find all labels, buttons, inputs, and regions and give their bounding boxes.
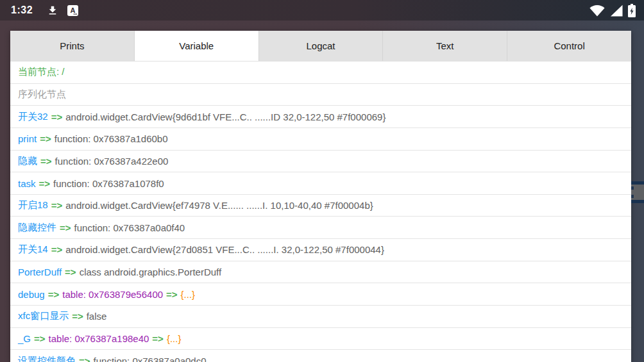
status-bar: 1:32 A	[0, 0, 644, 21]
list-item[interactable]: xfc窗口显示=>false	[10, 306, 631, 328]
variable-value: {...}	[167, 333, 182, 344]
list-item[interactable]: 隐藏=>function: 0x76387a422e00	[10, 151, 631, 173]
list-item[interactable]: 设置控件颜色=>function: 0x76387a0a0dc0	[10, 350, 631, 362]
tab-text[interactable]: Text	[383, 31, 507, 61]
variable-value: false	[87, 311, 107, 322]
variable-value: function: 0x76387a0a0dc0	[94, 356, 207, 362]
list-item[interactable]: 开启18=>android.widget.CardView{ef74978 V.…	[10, 195, 631, 217]
variable-value: class android.graphics.PorterDuff	[80, 267, 222, 277]
list-item[interactable]: _G=>table: 0x76387a198e40=>{...}	[10, 328, 631, 350]
arrow-separator: =>	[40, 156, 52, 167]
tab-bar: Prints Variable Logcat Text Control	[10, 31, 631, 62]
battery-charging-icon	[628, 4, 636, 17]
variable-name: 当前节点: /	[18, 66, 65, 78]
cellular-signal-icon	[610, 4, 623, 17]
variable-value: table: 0x76387a198e40	[49, 333, 149, 344]
arrow-separator: =>	[65, 267, 76, 277]
tab-control[interactable]: Control	[507, 31, 631, 61]
list-item[interactable]: PorterDuff=>class android.graphics.Porte…	[10, 261, 631, 284]
arrow-separator: =>	[60, 222, 71, 233]
tab-prints[interactable]: Prints	[10, 31, 135, 61]
arrow-separator: =>	[51, 200, 63, 211]
variable-value: function: 0x76387a1078f0	[53, 178, 164, 189]
arrow-separator: =>	[51, 244, 63, 255]
tab-variable[interactable]: Variable	[135, 31, 259, 61]
download-icon	[47, 4, 58, 16]
list-item[interactable]: 隐藏控件=>function: 0x76387a0a0f40	[10, 217, 631, 239]
clock: 1:32	[11, 4, 33, 16]
arrow-separator: =>	[39, 178, 51, 189]
occluded-floating-window[interactable]	[631, 181, 644, 203]
variable-name: 开关32	[18, 111, 48, 123]
list-item[interactable]: 序列化节点	[10, 84, 631, 106]
arrow-separator: =>	[51, 111, 63, 122]
list-item[interactable]: 开关32=>android.widget.CardView{9d6d1bf VF…	[10, 106, 631, 128]
debug-panel: Prints Variable Logcat Text Control 当前节点…	[10, 31, 631, 362]
list-item[interactable]: debug=>table: 0x763879e56400=>{...}	[10, 283, 631, 306]
list-item[interactable]: task=>function: 0x76387a1078f0	[10, 172, 631, 195]
wifi-icon	[589, 4, 605, 17]
variable-value: function: 0x76387a0a0f40	[74, 222, 185, 233]
tab-logcat[interactable]: Logcat	[259, 31, 384, 61]
variable-list: 当前节点: /序列化节点开关32=>android.widget.CardVie…	[10, 62, 631, 362]
variable-name: 隐藏控件	[18, 222, 56, 234]
variable-name: 设置控件颜色	[18, 355, 76, 362]
variable-value: android.widget.CardView{9d6d1bf VFE...C.…	[65, 111, 386, 122]
a-badge-icon: A	[67, 5, 78, 16]
variable-value: function: 0x76387a422e00	[55, 156, 169, 167]
variable-name: xfc窗口显示	[18, 310, 69, 322]
arrow-separator: =>	[152, 333, 164, 344]
list-item[interactable]: 当前节点: /	[10, 62, 631, 84]
variable-name: debug	[18, 289, 45, 300]
variable-name: 开关14	[18, 243, 48, 256]
arrow-separator: =>	[72, 311, 83, 322]
variable-value: table: 0x763879e56400	[62, 289, 163, 300]
arrow-separator: =>	[79, 356, 90, 362]
arrow-separator: =>	[34, 333, 46, 344]
arrow-separator: =>	[166, 289, 178, 300]
variable-name: 开启18	[18, 199, 48, 211]
variable-name: print	[18, 133, 37, 144]
list-item[interactable]: print=>function: 0x76387a1d60b0	[10, 128, 631, 151]
variable-name: _G	[18, 333, 31, 344]
list-item[interactable]: 开关14=>android.widget.CardView{27d0851 VF…	[10, 239, 631, 261]
variable-value: android.widget.CardView{ef74978 V.E.....…	[65, 200, 373, 211]
variable-value: android.widget.CardView{27d0851 VFE...C.…	[65, 244, 384, 255]
variable-name: task	[18, 178, 36, 189]
arrow-separator: =>	[48, 289, 60, 300]
variable-name: 序列化节点	[18, 88, 66, 101]
variable-value: {...}	[181, 289, 196, 300]
variable-name: PorterDuff	[18, 267, 62, 277]
variable-name: 隐藏	[18, 155, 37, 167]
variable-value: function: 0x76387a1d60b0	[55, 133, 168, 144]
arrow-separator: =>	[40, 133, 51, 144]
